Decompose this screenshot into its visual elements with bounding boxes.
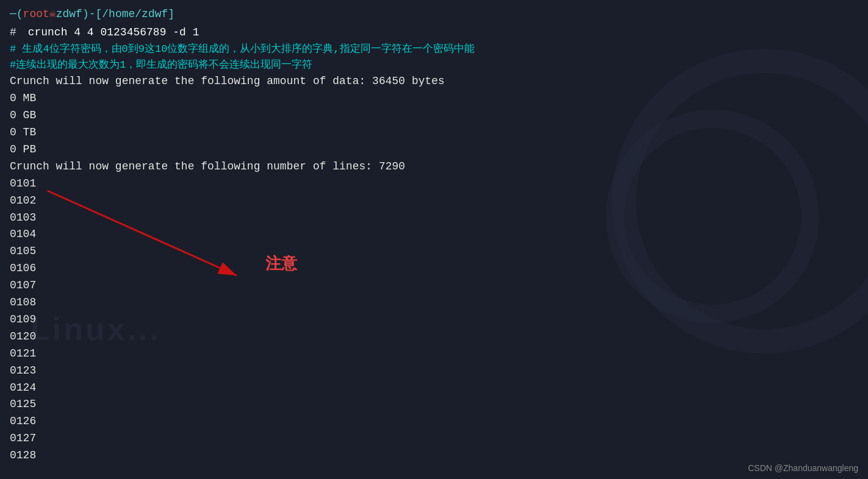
comment-line-2: #连续出现的最大次数为1，即生成的密码将不会连续出现同一字符	[10, 57, 858, 73]
prompt-line: ─( root ☠ zdwf )-[ /home/zdwf ]	[10, 6, 858, 23]
output-line-15: 0120	[10, 328, 858, 346]
output-line-19: 0125	[10, 396, 858, 413]
prompt-skull: ☠	[49, 6, 56, 23]
output-line-5: Crunch will now generate the following n…	[10, 158, 858, 176]
output-line-16: 0121	[10, 346, 858, 363]
output-line-7: 0102	[10, 193, 858, 210]
output-line-8: 0103	[10, 210, 858, 227]
output-line-1: 0 MB	[10, 90, 858, 107]
output-line-2: 0 GB	[10, 107, 858, 124]
prompt-dash: )-[	[82, 6, 102, 23]
output-line-10: 0105	[10, 243, 858, 260]
output-line-13: 0108	[10, 294, 858, 311]
output-line-0: Crunch will now generate the following a…	[10, 73, 858, 90]
output-line-18: 0124	[10, 380, 858, 397]
output-line-9: 0104	[10, 226, 858, 243]
command-text: crunch 4 4 0123456789 -d 1	[28, 26, 199, 38]
terminal: ─( root ☠ zdwf )-[ /home/zdwf ] # crunch…	[0, 0, 868, 479]
command-line: # crunch 4 4 0123456789 -d 1	[10, 24, 858, 41]
output-line-21: 0127	[10, 430, 858, 447]
output-line-17: 0123	[10, 363, 858, 380]
prompt-hash: #	[10, 26, 16, 38]
prompt-path: /home/zdwf	[102, 6, 168, 23]
output-line-14: 0109	[10, 311, 858, 328]
output-line-22: 0128	[10, 447, 858, 464]
output-line-20: 0126	[10, 413, 858, 430]
annotation-text: 注意	[265, 253, 297, 274]
prompt-bracket-close: ]	[168, 6, 174, 23]
prompt-user: zdwf	[56, 6, 82, 23]
output-line-12: 0107	[10, 277, 858, 294]
prompt-root: root	[23, 6, 49, 23]
bracket-left: ─(	[10, 6, 23, 23]
watermark: CSDN @Zhanduanwangleng	[748, 463, 858, 473]
output-line-3: 0 TB	[10, 124, 858, 141]
comment-line-1: # 生成4位字符密码，由0到9这10位数字组成的，从小到大排序的字典,指定同一字…	[10, 41, 858, 57]
output-line-6: 0101	[10, 176, 858, 193]
output-line-4: 0 PB	[10, 141, 858, 158]
output-line-11: 0106	[10, 260, 858, 277]
